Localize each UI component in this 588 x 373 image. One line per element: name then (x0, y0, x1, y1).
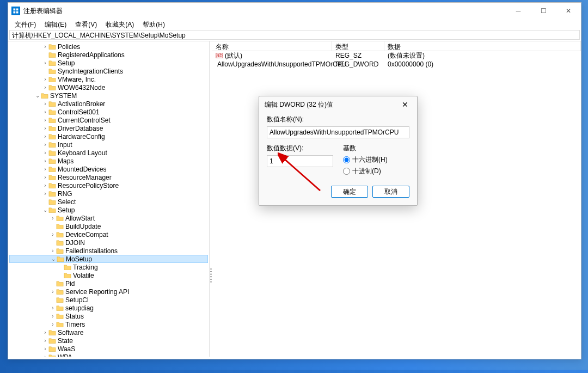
radio-dec[interactable] (343, 168, 350, 175)
menu-帮助(H)[interactable]: 帮助(H) (138, 19, 169, 30)
chevron-icon[interactable] (42, 101, 48, 107)
radio-hex-row[interactable]: 十六进制(H) (343, 155, 409, 164)
tree-Keyboard-Layout[interactable]: Keyboard Layout (9, 149, 208, 157)
chevron-icon[interactable] (50, 321, 56, 327)
base-label: 基数 (343, 144, 409, 153)
tree-Maps[interactable]: Maps (9, 157, 208, 165)
tree-RegisteredApplications[interactable]: RegisteredApplications (9, 51, 208, 59)
chevron-icon[interactable] (42, 182, 48, 188)
chevron-icon[interactable] (42, 207, 48, 213)
list-row[interactable]: ab(默认)REG_SZ(数值未设置) (212, 51, 581, 60)
dialog-close-button[interactable]: ✕ (399, 98, 412, 111)
chevron-icon[interactable] (42, 150, 48, 156)
chevron-icon[interactable] (42, 174, 48, 180)
folder-icon (48, 125, 56, 132)
col-name[interactable]: 名称 (212, 41, 332, 51)
tree-WOW6432Node[interactable]: WOW6432Node (9, 83, 208, 91)
tree-DeviceCompat[interactable]: DeviceCompat (9, 230, 208, 239)
chevron-icon[interactable] (42, 191, 48, 197)
tree-DJOIN[interactable]: DJOIN (9, 239, 208, 247)
tree-HardwareConfig[interactable]: HardwareConfig (9, 132, 208, 140)
chevron-icon[interactable] (50, 313, 56, 319)
menu-查看(V)[interactable]: 查看(V) (71, 19, 101, 30)
chevron-icon[interactable] (42, 44, 48, 50)
radio-hex[interactable] (343, 156, 350, 163)
tree-MoSetup[interactable]: MoSetup (9, 255, 208, 263)
tree-setupdiag[interactable]: setupdiag (9, 304, 208, 312)
list-row[interactable]: 011AllowUpgradesWithUnsupportedTPMOrCPUR… (212, 60, 581, 69)
chevron-icon[interactable] (50, 256, 57, 262)
chevron-icon[interactable] (50, 215, 56, 221)
tree-Timers[interactable]: Timers (9, 320, 208, 328)
tree-CurrentControlSet[interactable]: CurrentControlSet (9, 116, 208, 124)
chevron-icon[interactable] (50, 305, 56, 311)
menu-文件(F)[interactable]: 文件(F) (10, 19, 40, 30)
chevron-icon[interactable] (34, 93, 41, 99)
tree-AllowStart[interactable]: AllowStart (9, 214, 208, 222)
tree-ResourcePolicyStore[interactable]: ResourcePolicyStore (9, 181, 208, 189)
tree-Software[interactable]: Software (9, 328, 208, 337)
value-data-input[interactable] (267, 155, 333, 167)
tree-panel[interactable]: PoliciesRegisteredApplicationsSetupSyncI… (8, 41, 210, 357)
folder-icon (56, 248, 64, 254)
tree-Tracking[interactable]: Tracking (9, 263, 208, 271)
tree-Input[interactable]: Input (9, 140, 208, 149)
tree-SetupCl[interactable]: SetupCl (9, 296, 208, 304)
chevron-icon[interactable] (42, 125, 48, 131)
ok-button[interactable]: 确定 (331, 186, 368, 198)
tree-BuildUpdate[interactable]: BuildUpdate (9, 222, 208, 230)
tree-Select[interactable]: Select (9, 198, 208, 206)
chevron-icon[interactable] (42, 117, 48, 123)
chevron-icon[interactable] (50, 248, 56, 254)
tree-DriverDatabase[interactable]: DriverDatabase (9, 124, 208, 132)
col-type[interactable]: 类型 (332, 41, 384, 51)
tree-Setup[interactable]: Setup (9, 206, 208, 214)
chevron-icon[interactable] (42, 60, 48, 66)
tree-ResourceManager[interactable]: ResourceManager (9, 173, 208, 181)
tree-MountedDevices[interactable]: MountedDevices (9, 165, 208, 173)
tree-Setup[interactable]: Setup (9, 59, 208, 67)
tree-ControlSet001[interactable]: ControlSet001 (9, 108, 208, 116)
tree-Service-Reporting-API[interactable]: Service Reporting API (9, 288, 208, 296)
menubar: 文件(F)编辑(E)查看(V)收藏夹(A)帮助(H) (8, 19, 581, 30)
value-name-input[interactable] (267, 126, 409, 138)
chevron-icon[interactable] (42, 166, 48, 172)
chevron-icon[interactable] (42, 84, 48, 90)
chevron-icon[interactable] (42, 142, 48, 148)
folder-icon (48, 166, 56, 173)
minimize-button[interactable]: ─ (506, 3, 531, 19)
folder-icon (48, 174, 56, 181)
maximize-button[interactable]: ☐ (531, 3, 556, 19)
tree-ActivationBroker[interactable]: ActivationBroker (9, 100, 208, 108)
tree-RNG[interactable]: RNG (9, 189, 208, 198)
chevron-icon[interactable] (42, 338, 48, 344)
tree-VMware,-Inc.[interactable]: VMware, Inc. (9, 75, 208, 83)
chevron-icon[interactable] (42, 329, 48, 335)
folder-icon (48, 191, 56, 197)
address-bar[interactable]: 计算机\HKEY_LOCAL_MACHINE\SYSTEM\Setup\MoSe… (9, 30, 580, 40)
chevron-icon[interactable] (50, 289, 56, 295)
tree-Volatile[interactable]: Volatile (9, 271, 208, 279)
close-button[interactable]: ✕ (556, 3, 581, 19)
tree-Policies[interactable]: Policies (9, 42, 208, 51)
chevron-icon[interactable] (42, 76, 48, 82)
cancel-button[interactable]: 取消 (372, 186, 409, 198)
tree-WPA[interactable]: WPA (9, 353, 208, 357)
tree-State[interactable]: State (9, 337, 208, 345)
menu-收藏夹(A)[interactable]: 收藏夹(A) (101, 19, 138, 30)
col-data[interactable]: 数据 (384, 41, 581, 51)
chevron-icon[interactable] (42, 346, 48, 352)
chevron-icon[interactable] (42, 158, 48, 164)
chevron-icon[interactable] (42, 354, 48, 357)
tree-Pid[interactable]: Pid (9, 279, 208, 288)
menu-编辑(E)[interactable]: 编辑(E) (40, 19, 71, 30)
tree-WaaS[interactable]: WaaS (9, 345, 208, 353)
tree-FailedInstallations[interactable]: FailedInstallations (9, 247, 208, 255)
chevron-icon[interactable] (42, 133, 48, 139)
chevron-icon[interactable] (50, 231, 56, 237)
tree-Status[interactable]: Status (9, 312, 208, 320)
radio-dec-row[interactable]: 十进制(D) (343, 167, 409, 176)
tree-SyncIntegrationClients[interactable]: SyncIntegrationClients (9, 67, 208, 75)
chevron-icon[interactable] (42, 109, 48, 115)
tree-SYSTEM[interactable]: SYSTEM (9, 91, 208, 100)
